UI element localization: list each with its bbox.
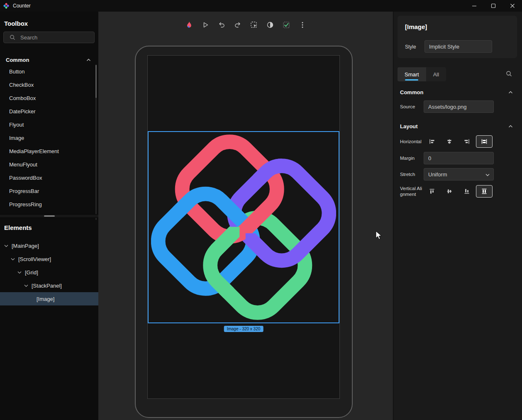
section-common[interactable]: Common [400, 86, 513, 98]
validation-check-icon[interactable] [281, 19, 292, 31]
align-vertical-center-button[interactable] [441, 185, 458, 198]
section-layout[interactable]: Layout [400, 120, 513, 132]
panel-splitter[interactable] [0, 214, 98, 218]
toolbox-item-progressbar[interactable]: ProgressBar [0, 184, 95, 198]
toolbox-item-image[interactable]: Image [0, 131, 95, 144]
align-horizontal-left-button[interactable] [424, 135, 440, 148]
horizontal-alignment-group [424, 135, 493, 148]
tree-item-label: [StackPanel] [32, 283, 62, 289]
element-picker-icon[interactable] [248, 19, 260, 31]
align-bottom-icon [463, 188, 470, 195]
design-canvas[interactable]: Image - 320 x 320 [98, 12, 393, 420]
tab-smart[interactable]: Smart [398, 67, 426, 81]
tree-item-label: [ScrollViewer] [18, 256, 51, 262]
selection-size-badge: Image - 320 x 320 [224, 326, 263, 332]
stretch-property-row: Stretch Uniform [400, 168, 515, 181]
tree-item-label: [Image] [37, 296, 54, 302]
tree-item-label: [Grid] [25, 269, 38, 276]
align-left-icon [429, 138, 435, 145]
source-property-row: Source Assets/logo.png [400, 100, 515, 113]
align-vertical-top-button[interactable] [424, 185, 440, 198]
toolbox-scrollbar-thumb[interactable] [95, 65, 97, 98]
maximize-button[interactable] [484, 0, 503, 12]
close-button[interactable] [503, 0, 522, 12]
search-icon [506, 71, 512, 77]
chevron-up-icon[interactable] [508, 91, 513, 94]
undo-icon[interactable] [216, 19, 227, 31]
toolbox-list: Button CheckBox ComboBox DatePicker Flyo… [0, 65, 95, 211]
align-horizontal-right-button[interactable] [459, 135, 475, 148]
mouse-cursor [376, 231, 382, 241]
margin-input[interactable]: 0 [424, 152, 494, 164]
tree-item-mainpage[interactable]: [MainPage] [0, 239, 98, 252]
search-placeholder: Search [20, 34, 37, 41]
horizontal-alignment-label: Horizontal [400, 139, 424, 144]
theme-toggle-icon[interactable] [264, 19, 276, 31]
section-layout-label: Layout [400, 123, 418, 129]
toolbox-item-passwordbox[interactable]: PasswordBox [0, 171, 95, 184]
uno-logo-image [151, 134, 336, 320]
align-top-icon [429, 188, 435, 195]
inspector-header-card: [Image] Style Implicit Style [398, 16, 517, 58]
toolbox-item-button[interactable]: Button [0, 65, 95, 78]
toolbox-title: Toolbox [4, 20, 28, 27]
selected-element-title: [Image] [405, 23, 427, 30]
chevron-down-icon[interactable] [17, 271, 22, 274]
hot-reload-flame-icon[interactable] [183, 19, 195, 31]
device-frame: Image - 320 x 320 [135, 46, 353, 418]
style-label: Style [405, 44, 416, 50]
more-options-icon[interactable] [297, 19, 308, 31]
style-input[interactable]: Implicit Style [424, 40, 492, 53]
align-vertical-bottom-button[interactable] [459, 185, 475, 198]
toolbox-search-input[interactable]: Search [3, 32, 95, 43]
design-page[interactable]: Image - 320 x 320 [147, 55, 340, 399]
tree-item-stackpanel[interactable]: [StackPanel] [0, 279, 98, 292]
splitter-grip [44, 215, 55, 217]
chevron-up-icon[interactable] [508, 125, 513, 128]
selected-image-element[interactable] [148, 131, 339, 323]
chevron-down-icon[interactable] [4, 244, 8, 247]
toolbox-section-common[interactable]: Common [0, 54, 98, 66]
titlebar: Counter [0, 0, 522, 12]
tree-item-scrollviewer[interactable]: [ScrollViewer] [0, 252, 98, 266]
stretch-dropdown[interactable]: Uniform [424, 168, 494, 181]
tree-item-grid[interactable]: [Grid] [0, 266, 98, 279]
source-label: Source [400, 104, 424, 110]
window-title: Counter [13, 3, 31, 9]
window-controls [465, 0, 522, 12]
toolbox-item-progressring[interactable]: ProgressRing [0, 198, 95, 211]
minimize-button[interactable] [465, 0, 484, 12]
toolbox-item-datepicker[interactable]: DatePicker [0, 105, 95, 118]
tab-all[interactable]: All [426, 67, 446, 81]
section-common-label: Common [400, 89, 423, 95]
align-center-vertical-icon [446, 188, 453, 195]
left-sidebar: Toolbox Search Common Button CheckBox Co… [0, 12, 98, 420]
toolbox-item-combobox[interactable]: ComboBox [0, 91, 95, 105]
properties-search-button[interactable] [506, 71, 512, 78]
redo-icon[interactable] [232, 19, 244, 31]
section-label: Common [6, 57, 29, 63]
elements-tree: [MainPage] [ScrollViewer] [Grid] [StackP… [0, 239, 98, 305]
tree-item-label: [MainPage] [12, 243, 39, 249]
align-vertical-stretch-button[interactable] [476, 185, 493, 198]
stretch-vertical-icon [481, 188, 488, 195]
properties-panel: [Image] Style Implicit Style Smart All C… [393, 12, 522, 420]
chevron-down-icon[interactable] [11, 258, 15, 261]
toolbox-item-checkbox[interactable]: CheckBox [0, 78, 95, 91]
chevron-down-icon[interactable] [24, 284, 28, 287]
source-input[interactable]: Assets/logo.png [424, 100, 494, 113]
align-right-icon [463, 138, 470, 145]
toolbox-item-menuflyout[interactable]: MenuFlyout [0, 158, 95, 171]
vertical-alignment-label: Vertical Alignment [400, 186, 424, 197]
app-logo-icon [3, 2, 10, 9]
toolbox-item-flyout[interactable]: Flyout [0, 118, 95, 131]
chevron-up-icon [86, 59, 91, 61]
play-icon[interactable] [200, 19, 211, 31]
stretch-dropdown-value: Uniform [428, 171, 447, 178]
toolbox-item-mediaplayerelement[interactable]: MediaPlayerElement [0, 144, 95, 158]
horizontal-alignment-row: Horizontal [400, 134, 515, 149]
align-horizontal-center-button[interactable] [441, 135, 458, 148]
elements-title: Elements [4, 224, 32, 231]
align-horizontal-stretch-button[interactable] [476, 135, 493, 148]
tree-item-image-selected[interactable]: [Image] [0, 292, 98, 305]
